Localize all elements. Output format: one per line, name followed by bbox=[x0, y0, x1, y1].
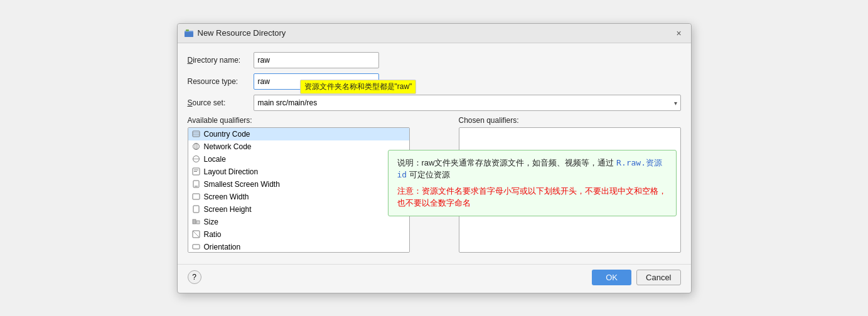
qualifier-network-code[interactable]: Network Code bbox=[188, 140, 409, 153]
available-qualifiers-list[interactable]: Country Code Network Code Locale bbox=[188, 127, 410, 253]
svg-rect-1 bbox=[185, 32, 193, 37]
svg-rect-19 bbox=[196, 221, 200, 224]
qualifier-orientation[interactable]: Orientation bbox=[188, 241, 409, 253]
available-qualifiers-label: Available qualifiers: bbox=[188, 116, 410, 125]
dialog-footer: ? OK Cancel bbox=[178, 264, 691, 293]
directory-name-input[interactable] bbox=[254, 52, 379, 68]
directory-name-label: Directory name: bbox=[188, 56, 254, 65]
svg-rect-16 bbox=[193, 194, 200, 199]
layout-direction-icon bbox=[192, 167, 201, 176]
tooltip-line1: 说明：raw文件夹通常存放资源文件，如音频、视频等，通过 R.raw.资源id … bbox=[397, 157, 667, 181]
footer-buttons: OK Cancel bbox=[592, 270, 680, 285]
qualifier-ratio[interactable]: Ratio bbox=[188, 228, 409, 241]
available-qualifiers-panel: Available qualifiers: Country Code Netwo… bbox=[188, 116, 410, 253]
qualifier-size[interactable]: Size bbox=[188, 216, 409, 228]
svg-rect-2 bbox=[186, 29, 189, 31]
title-bar-left: New Resource Directory bbox=[184, 28, 286, 38]
orientation-icon bbox=[192, 243, 201, 251]
new-resource-directory-dialog: New Resource Directory × Directory name:… bbox=[177, 23, 692, 293]
country-code-icon bbox=[192, 130, 201, 139]
svg-rect-17 bbox=[193, 206, 199, 213]
tooltip-box: 说明：raw文件夹通常存放资源文件，如音频、视频等，通过 R.raw.资源id … bbox=[388, 150, 677, 216]
r-code-highlight: R.raw.资源id bbox=[397, 158, 663, 180]
help-button[interactable]: ? bbox=[188, 270, 201, 284]
qualifier-screen-width-label: Screen Width bbox=[204, 192, 249, 201]
qualifier-screen-width[interactable]: Screen Width bbox=[188, 191, 409, 203]
resource-type-label: Resource type: bbox=[188, 77, 254, 86]
smallest-screen-width-icon bbox=[192, 180, 201, 189]
resource-type-row: Resource type: raw layout drawable value… bbox=[188, 73, 681, 90]
qualifier-locale[interactable]: Locale bbox=[188, 153, 409, 166]
source-set-label: Source set: bbox=[188, 98, 254, 107]
ok-button[interactable]: OK bbox=[592, 270, 631, 285]
qualifier-size-label: Size bbox=[204, 218, 218, 226]
svg-line-21 bbox=[193, 231, 200, 238]
svg-rect-3 bbox=[193, 131, 200, 137]
screen-width-icon bbox=[192, 192, 201, 201]
qualifier-layout-direction-label: Layout Direction bbox=[204, 167, 259, 176]
close-button[interactable]: × bbox=[673, 28, 685, 39]
dialog-icon bbox=[184, 28, 194, 38]
dialog-body: Directory name: Resource type: raw layou… bbox=[178, 43, 691, 261]
directory-name-row: Directory name: bbox=[188, 52, 681, 68]
dialog-title: New Resource Directory bbox=[198, 28, 286, 38]
screen-height-icon bbox=[192, 205, 201, 214]
qualifier-screen-height[interactable]: Screen Height bbox=[188, 203, 409, 216]
size-icon bbox=[192, 218, 201, 226]
qualifier-country-code[interactable]: Country Code bbox=[188, 128, 409, 140]
network-code-icon bbox=[192, 142, 201, 151]
qualifier-network-code-label: Network Code bbox=[204, 142, 252, 151]
svg-rect-18 bbox=[193, 219, 196, 224]
chosen-qualifiers-label: Chosen qualifiers: bbox=[459, 116, 681, 125]
qualifier-smallest-screen-width-label: Smallest Screen Width bbox=[204, 180, 280, 189]
qualifier-country-code-label: Country Code bbox=[204, 130, 250, 139]
locale-icon bbox=[192, 155, 201, 164]
qualifier-locale-label: Locale bbox=[204, 155, 226, 164]
title-bar: New Resource Directory × bbox=[178, 24, 691, 43]
qualifier-orientation-label: Orientation bbox=[204, 243, 241, 251]
tooltip-line2: 注意：资源文件名要求首字母小写或以下划线开头，不要出现中文和空格，也不要以全数字… bbox=[397, 185, 667, 209]
qualifier-ratio-label: Ratio bbox=[204, 230, 222, 239]
source-set-row: Source set: main src/main/res ▾ bbox=[188, 95, 681, 111]
svg-rect-22 bbox=[193, 245, 200, 249]
qualifier-smallest-screen-width[interactable]: Smallest Screen Width bbox=[188, 178, 409, 191]
qualifier-layout-direction[interactable]: Layout Direction bbox=[188, 166, 409, 178]
cancel-button[interactable]: Cancel bbox=[636, 270, 680, 285]
source-set-select[interactable]: main src/main/res bbox=[254, 95, 681, 111]
qualifier-screen-height-label: Screen Height bbox=[204, 205, 252, 214]
ratio-icon bbox=[192, 230, 201, 239]
annotation-bubble: 资源文件夹名称和类型都是"raw" bbox=[300, 80, 417, 94]
